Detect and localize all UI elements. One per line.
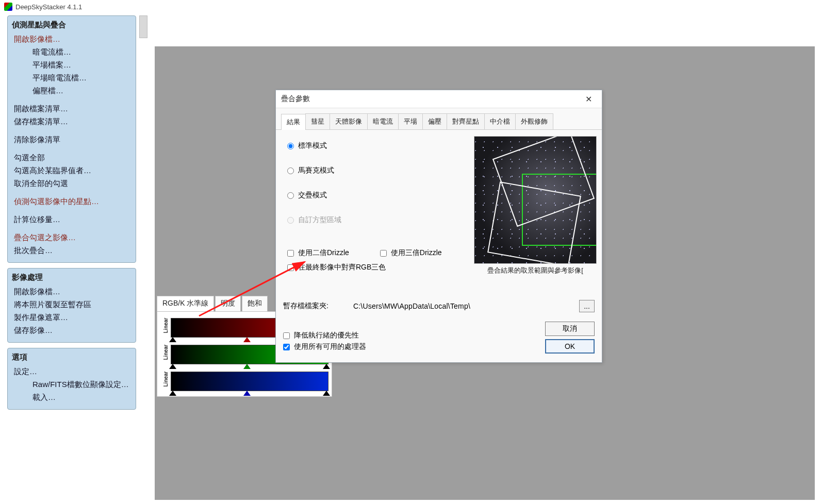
browse-temp-button[interactable]: ... (579, 300, 595, 312)
sidebar-item-check-threshold[interactable]: 勾選高於某臨界值者… (12, 164, 131, 177)
radio-standard[interactable] (287, 143, 294, 149)
check-drizzle3x-label: 使用三倍Drizzle (391, 248, 442, 258)
ramp-label-blue: Linear (163, 376, 169, 387)
sidebar-item-ip-open[interactable]: 開啟影像檔… (12, 285, 131, 298)
check-rgbalign-label: 在最終影像中對齊RGB三色 (298, 263, 386, 272)
marker-blue-high[interactable] (323, 391, 330, 396)
dialog-body: 標準模式 馬賽克模式 交疊模式 自訂方型區域 使用二倍Drizzle 使用三倍D… (276, 130, 602, 361)
sidebar-item-clear-list[interactable]: 清除影像清單 (12, 133, 131, 146)
radio-overlay[interactable] (287, 192, 294, 199)
sidebar-item-ip-save[interactable]: 儲存影像… (12, 324, 131, 337)
sidebar-item-load[interactable]: 載入… (12, 391, 131, 404)
panel-detect-stack: 偵測星點與疊合 開啟影像檔… 暗電流檔… 平場檔案… 平場暗電流檔… 偏壓檔… … (7, 15, 136, 263)
app-title: DeepSkyStacker 4.1.1 (15, 3, 82, 11)
dtab-light[interactable]: 天體影像 (330, 113, 368, 129)
check-allcpus[interactable] (283, 344, 290, 350)
titlebar: DeepSkyStacker 4.1.1 (0, 0, 822, 13)
sidebar: 偵測星點與疊合 開啟影像檔… 暗電流檔… 平場檔案… 平場暗電流檔… 偏壓檔… … (7, 15, 136, 415)
dtab-cosmetic[interactable]: 外觀修飾 (515, 113, 553, 129)
radio-custom-label: 自訂方型區域 (298, 215, 341, 225)
sidebar-item-batch-stack[interactable]: 批次疊合… (12, 244, 131, 257)
dtab-bias[interactable]: 偏壓 (422, 113, 447, 129)
sidebar-item-bias[interactable]: 偏壓檔… (12, 85, 131, 97)
dtab-result[interactable]: 結果 (281, 114, 306, 130)
panel-options: 選項 設定… Raw/FITS檔數位顯像設定… 載入… (7, 348, 136, 410)
ramp-label-red: Linear (163, 323, 169, 333)
sidebar-item-save-list[interactable]: 儲存檔案清單… (12, 115, 131, 128)
dtab-intermediate[interactable]: 中介檔 (484, 113, 516, 129)
radio-mosaic-label: 馬賽克模式 (298, 166, 334, 175)
sidebar-item-ip-copy[interactable]: 將本照片覆製至暫存區 (12, 298, 131, 311)
temp-folder-label: 暫存檔檔案夾: (283, 301, 328, 311)
stack-preview (474, 136, 597, 264)
sidebar-item-rawfits[interactable]: Raw/FITS檔數位顯像設定… (12, 378, 131, 391)
tab-saturation[interactable]: 飽和 (242, 296, 268, 311)
check-rgbalign[interactable] (287, 264, 294, 271)
tab-brightness[interactable]: 明度 (215, 296, 241, 311)
marker-green-mid[interactable] (243, 364, 251, 369)
sidebar-item-flatdark[interactable]: 平場暗電流檔… (12, 72, 131, 85)
check-drizzle2x[interactable] (287, 250, 294, 257)
marker-green-high[interactable] (323, 364, 330, 369)
sidebar-item-flat[interactable]: 平場檔案… (12, 59, 131, 72)
marker-blue-low[interactable] (169, 391, 176, 396)
radio-overlay-label: 交疊模式 (298, 191, 327, 200)
dtab-flat[interactable]: 平場 (398, 113, 423, 129)
panel-title-2: 影像處理 (12, 272, 131, 285)
check-drizzle3x[interactable] (380, 250, 387, 257)
dtab-align[interactable]: 對齊星點 (447, 113, 485, 129)
preview-caption: 疊合結果的取景範圍與參考影像[ (474, 266, 597, 275)
dialog-buttons: 取消 OK (545, 322, 595, 354)
ramp-label-green: Linear (163, 349, 169, 360)
check-lowpriority-label: 降低執行緒的優先性 (294, 331, 359, 340)
radio-standard-label: 標準模式 (298, 141, 327, 150)
marker-blue-mid[interactable] (243, 391, 251, 396)
close-icon[interactable]: ✕ (580, 93, 597, 105)
radio-mosaic[interactable] (287, 167, 294, 174)
sidebar-item-ip-mask[interactable]: 製作星像遮罩… (12, 311, 131, 324)
ok-button[interactable]: OK (545, 339, 595, 354)
preview-frame-b (487, 181, 581, 264)
sidebar-item-open-list[interactable]: 開啟檔案清單… (12, 103, 131, 115)
check-lowpriority[interactable] (283, 332, 290, 339)
sidebar-item-uncheck-all[interactable]: 取消全部的勾選 (12, 177, 131, 190)
panel-title-1: 偵測星點與疊合 (12, 19, 131, 33)
check-drizzle2x-row[interactable]: 使用二倍Drizzle (287, 248, 349, 258)
check-allcpus-label: 使用所有可用的處理器 (294, 342, 366, 351)
app-icon (4, 3, 12, 11)
temp-folder-path: C:\Users\MW\AppData\Local\Temp\ (353, 302, 579, 310)
cancel-button[interactable]: 取消 (545, 322, 595, 336)
dtab-dark[interactable]: 暗電流 (367, 113, 399, 129)
dialog-tabs: 結果 彗星 天體影像 暗電流 平場 偏壓 對齊星點 中介檔 外觀修飾 (276, 108, 602, 130)
marker-red-mid[interactable] (243, 337, 251, 342)
ramp-blue[interactable] (171, 372, 328, 391)
marker-green-low[interactable] (169, 364, 176, 369)
panel-title-3: 選項 (12, 351, 131, 365)
check-lowpriority-row[interactable]: 降低執行緒的優先性 (283, 331, 366, 340)
dialog-title-text: 疊合參數 (281, 94, 310, 104)
dtab-comet[interactable]: 彗星 (305, 113, 330, 129)
temp-folder-row: 暫存檔檔案夾: C:\Users\MW\AppData\Local\Temp\ … (283, 300, 595, 312)
sidebar-item-detect-stars[interactable]: 偵測勾選影像中的星點… (12, 195, 131, 208)
sidebar-item-settings[interactable]: 設定… (12, 365, 131, 378)
sidebar-item-open-image[interactable]: 開啟影像檔… (12, 33, 131, 46)
tab-rgbk[interactable]: RGB/K 水準線 (157, 296, 214, 311)
sidebar-item-dark[interactable]: 暗電流檔… (12, 46, 131, 59)
check-allcpus-row[interactable]: 使用所有可用的處理器 (283, 342, 366, 351)
check-drizzle2x-label: 使用二倍Drizzle (298, 248, 349, 258)
check-drizzle3x-row[interactable]: 使用三倍Drizzle (380, 248, 442, 258)
sidebar-item-check-all[interactable]: 勾選全部 (12, 152, 131, 164)
sidebar-item-compute-offset[interactable]: 計算位移量… (12, 213, 131, 226)
stacking-params-dialog: 疊合參數 ✕ 結果 彗星 天體影像 暗電流 平場 偏壓 對齊星點 中介檔 外觀修… (275, 90, 602, 363)
marker-red-low[interactable] (169, 337, 176, 342)
panel-image-process: 影像處理 開啟影像檔… 將本照片覆製至暫存區 製作星像遮罩… 儲存影像… (7, 268, 136, 343)
sidebar-item-stack-checked[interactable]: 疊合勾選之影像… (12, 231, 131, 244)
sidebar-scrollbar[interactable] (139, 15, 147, 38)
ramp-row-blue: Linear (160, 372, 328, 391)
dialog-titlebar: 疊合參數 ✕ (276, 90, 602, 108)
bottom-checks: 降低執行緒的優先性 使用所有可用的處理器 (283, 329, 366, 354)
radio-custom (287, 217, 294, 224)
